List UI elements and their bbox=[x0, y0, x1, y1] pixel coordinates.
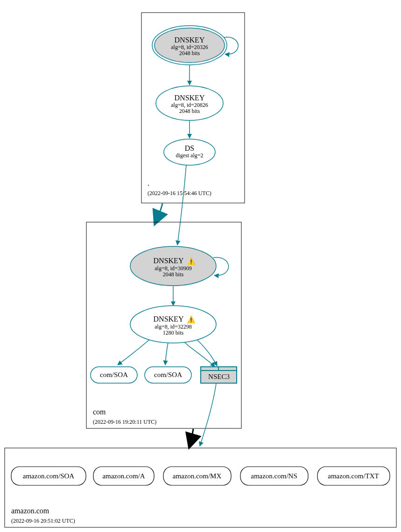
edge-com-zsk-to-nsec3a bbox=[197, 340, 217, 366]
edge-com-zsk-to-soa1 bbox=[118, 340, 149, 365]
edge-com-to-amazon-cluster bbox=[190, 429, 193, 443]
edge-root-ksk-self bbox=[224, 37, 238, 55]
zone-root-name: . bbox=[148, 179, 149, 187]
com-zsk-title: DNSKEY bbox=[154, 315, 184, 323]
amazon-txt-label: amazon.com/TXT bbox=[328, 472, 379, 480]
com-nsec3-label: NSEC3 bbox=[208, 373, 230, 380]
edge-root-to-com-cluster bbox=[156, 203, 162, 220]
zone-root-timestamp: (2022-09-16 15:54:46 UTC) bbox=[148, 190, 211, 196]
node-root-ksk: DNSKEY alg=8, id=20326 2048 bits bbox=[152, 26, 227, 65]
com-soa1-label: com/SOA bbox=[100, 371, 128, 378]
amazon-soa-label: amazon.com/SOA bbox=[23, 472, 75, 480]
com-ksk-l1: alg=8, id=30909 bbox=[155, 265, 192, 272]
node-root-ds: DS digest alg=2 bbox=[164, 139, 215, 165]
zone-com-name: com bbox=[93, 408, 106, 416]
root-ds-l1: digest alg=2 bbox=[176, 152, 203, 159]
node-com-nsec3: NSEC3 bbox=[201, 367, 237, 383]
amazon-mx-label: amazon.com/MX bbox=[173, 472, 222, 480]
warning-icon: ⚠️ bbox=[187, 315, 196, 324]
root-zsk-title: DNSKEY bbox=[175, 94, 205, 102]
node-com-ksk: DNSKEY ⚠️ alg=8, id=30909 2048 bits bbox=[130, 246, 216, 286]
root-ds-title: DS bbox=[185, 144, 194, 152]
edge-ds-to-com-ksk bbox=[177, 165, 186, 245]
root-zsk-l1: alg=8, id=20826 bbox=[171, 102, 208, 108]
root-ksk-l2: 2048 bits bbox=[179, 50, 200, 56]
zone-com-timestamp: (2022-09-16 19:20:11 UTC) bbox=[93, 419, 156, 425]
com-soa2-label: com/SOA bbox=[154, 371, 182, 378]
com-zsk-l2: 1280 bits bbox=[163, 329, 184, 336]
root-zsk-l2: 2048 bits bbox=[179, 108, 200, 114]
com-ksk-title: DNSKEY bbox=[154, 257, 184, 265]
warning-icon: ⚠️ bbox=[187, 257, 196, 266]
edge-nsec3-to-amazon bbox=[200, 384, 216, 446]
edge-com-zsk-to-soa2 bbox=[165, 343, 168, 365]
com-zsk-l1: alg=8, id=32298 bbox=[155, 323, 192, 330]
zone-amazon-name: amazon.com bbox=[11, 507, 49, 515]
root-ksk-l1: alg=8, id=20326 bbox=[171, 44, 208, 50]
node-com-zsk: DNSKEY ⚠️ alg=8, id=32298 1280 bits bbox=[130, 306, 216, 343]
zone-amazon bbox=[5, 448, 396, 527]
node-root-zsk: DNSKEY alg=8, id=20826 2048 bits bbox=[156, 86, 223, 120]
amazon-ns-label: amazon.com/NS bbox=[251, 472, 297, 480]
zone-amazon-timestamp: (2022-09-16 20:51:02 UTC) bbox=[11, 518, 75, 524]
root-ksk-title: DNSKEY bbox=[175, 36, 205, 44]
amazon-a-label: amazon.com/A bbox=[102, 472, 145, 480]
com-ksk-l2: 2048 bits bbox=[163, 271, 184, 278]
